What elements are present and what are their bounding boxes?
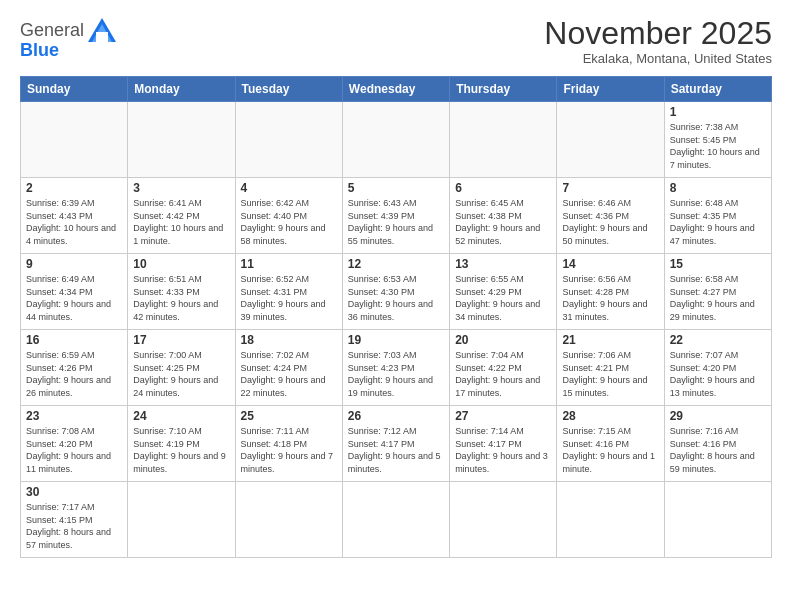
day-info: Sunrise: 6:39 AM Sunset: 4:43 PM Dayligh… (26, 197, 122, 247)
day-number: 13 (455, 257, 551, 271)
day-number: 4 (241, 181, 337, 195)
logo-text-blue: Blue (20, 40, 59, 61)
logo-icon (86, 16, 118, 44)
table-row: 29Sunrise: 7:16 AM Sunset: 4:16 PM Dayli… (664, 406, 771, 482)
day-number: 19 (348, 333, 444, 347)
table-row: 23Sunrise: 7:08 AM Sunset: 4:20 PM Dayli… (21, 406, 128, 482)
day-number: 6 (455, 181, 551, 195)
table-row (128, 102, 235, 178)
day-number: 25 (241, 409, 337, 423)
page: General Blue November 2025 Ekalaka, Mont… (0, 0, 792, 612)
month-title: November 2025 (544, 16, 772, 51)
table-row: 13Sunrise: 6:55 AM Sunset: 4:29 PM Dayli… (450, 254, 557, 330)
day-info: Sunrise: 6:46 AM Sunset: 4:36 PM Dayligh… (562, 197, 658, 247)
day-number: 17 (133, 333, 229, 347)
day-info: Sunrise: 7:16 AM Sunset: 4:16 PM Dayligh… (670, 425, 766, 475)
day-number: 12 (348, 257, 444, 271)
day-number: 22 (670, 333, 766, 347)
table-row: 5Sunrise: 6:43 AM Sunset: 4:39 PM Daylig… (342, 178, 449, 254)
day-info: Sunrise: 6:53 AM Sunset: 4:30 PM Dayligh… (348, 273, 444, 323)
calendar: Sunday Monday Tuesday Wednesday Thursday… (20, 76, 772, 558)
day-info: Sunrise: 7:15 AM Sunset: 4:16 PM Dayligh… (562, 425, 658, 475)
day-info: Sunrise: 6:58 AM Sunset: 4:27 PM Dayligh… (670, 273, 766, 323)
day-number: 5 (348, 181, 444, 195)
day-info: Sunrise: 6:55 AM Sunset: 4:29 PM Dayligh… (455, 273, 551, 323)
day-info: Sunrise: 7:00 AM Sunset: 4:25 PM Dayligh… (133, 349, 229, 399)
header: General Blue November 2025 Ekalaka, Mont… (20, 16, 772, 66)
table-row: 2Sunrise: 6:39 AM Sunset: 4:43 PM Daylig… (21, 178, 128, 254)
day-number: 21 (562, 333, 658, 347)
table-row: 22Sunrise: 7:07 AM Sunset: 4:20 PM Dayli… (664, 330, 771, 406)
day-number: 11 (241, 257, 337, 271)
day-info: Sunrise: 6:43 AM Sunset: 4:39 PM Dayligh… (348, 197, 444, 247)
table-row: 19Sunrise: 7:03 AM Sunset: 4:23 PM Dayli… (342, 330, 449, 406)
day-info: Sunrise: 7:38 AM Sunset: 5:45 PM Dayligh… (670, 121, 766, 171)
calendar-week-row: 23Sunrise: 7:08 AM Sunset: 4:20 PM Dayli… (21, 406, 772, 482)
table-row (557, 102, 664, 178)
day-number: 8 (670, 181, 766, 195)
col-friday: Friday (557, 77, 664, 102)
table-row: 18Sunrise: 7:02 AM Sunset: 4:24 PM Dayli… (235, 330, 342, 406)
day-number: 15 (670, 257, 766, 271)
table-row (450, 102, 557, 178)
day-info: Sunrise: 7:08 AM Sunset: 4:20 PM Dayligh… (26, 425, 122, 475)
table-row: 9Sunrise: 6:49 AM Sunset: 4:34 PM Daylig… (21, 254, 128, 330)
day-info: Sunrise: 6:52 AM Sunset: 4:31 PM Dayligh… (241, 273, 337, 323)
day-info: Sunrise: 7:11 AM Sunset: 4:18 PM Dayligh… (241, 425, 337, 475)
day-info: Sunrise: 7:10 AM Sunset: 4:19 PM Dayligh… (133, 425, 229, 475)
day-number: 30 (26, 485, 122, 499)
table-row: 16Sunrise: 6:59 AM Sunset: 4:26 PM Dayli… (21, 330, 128, 406)
subtitle: Ekalaka, Montana, United States (544, 51, 772, 66)
table-row (128, 482, 235, 558)
table-row: 26Sunrise: 7:12 AM Sunset: 4:17 PM Dayli… (342, 406, 449, 482)
day-info: Sunrise: 6:41 AM Sunset: 4:42 PM Dayligh… (133, 197, 229, 247)
table-row (235, 102, 342, 178)
col-sunday: Sunday (21, 77, 128, 102)
table-row: 24Sunrise: 7:10 AM Sunset: 4:19 PM Dayli… (128, 406, 235, 482)
day-number: 2 (26, 181, 122, 195)
table-row: 10Sunrise: 6:51 AM Sunset: 4:33 PM Dayli… (128, 254, 235, 330)
table-row: 1Sunrise: 7:38 AM Sunset: 5:45 PM Daylig… (664, 102, 771, 178)
day-info: Sunrise: 6:49 AM Sunset: 4:34 PM Dayligh… (26, 273, 122, 323)
table-row: 28Sunrise: 7:15 AM Sunset: 4:16 PM Dayli… (557, 406, 664, 482)
table-row: 30Sunrise: 7:17 AM Sunset: 4:15 PM Dayli… (21, 482, 128, 558)
logo-text-general: General (20, 21, 84, 39)
table-row (450, 482, 557, 558)
day-number: 27 (455, 409, 551, 423)
svg-rect-2 (96, 32, 108, 42)
day-info: Sunrise: 6:45 AM Sunset: 4:38 PM Dayligh… (455, 197, 551, 247)
table-row: 4Sunrise: 6:42 AM Sunset: 4:40 PM Daylig… (235, 178, 342, 254)
table-row: 21Sunrise: 7:06 AM Sunset: 4:21 PM Dayli… (557, 330, 664, 406)
table-row (21, 102, 128, 178)
table-row: 17Sunrise: 7:00 AM Sunset: 4:25 PM Dayli… (128, 330, 235, 406)
col-monday: Monday (128, 77, 235, 102)
day-info: Sunrise: 7:17 AM Sunset: 4:15 PM Dayligh… (26, 501, 122, 551)
table-row: 6Sunrise: 6:45 AM Sunset: 4:38 PM Daylig… (450, 178, 557, 254)
day-info: Sunrise: 6:42 AM Sunset: 4:40 PM Dayligh… (241, 197, 337, 247)
table-row: 20Sunrise: 7:04 AM Sunset: 4:22 PM Dayli… (450, 330, 557, 406)
table-row: 12Sunrise: 6:53 AM Sunset: 4:30 PM Dayli… (342, 254, 449, 330)
day-number: 7 (562, 181, 658, 195)
day-info: Sunrise: 6:51 AM Sunset: 4:33 PM Dayligh… (133, 273, 229, 323)
day-info: Sunrise: 7:04 AM Sunset: 4:22 PM Dayligh… (455, 349, 551, 399)
day-info: Sunrise: 7:07 AM Sunset: 4:20 PM Dayligh… (670, 349, 766, 399)
day-info: Sunrise: 6:59 AM Sunset: 4:26 PM Dayligh… (26, 349, 122, 399)
day-number: 14 (562, 257, 658, 271)
table-row: 15Sunrise: 6:58 AM Sunset: 4:27 PM Dayli… (664, 254, 771, 330)
day-number: 9 (26, 257, 122, 271)
day-info: Sunrise: 7:14 AM Sunset: 4:17 PM Dayligh… (455, 425, 551, 475)
calendar-week-row: 2Sunrise: 6:39 AM Sunset: 4:43 PM Daylig… (21, 178, 772, 254)
logo: General Blue (20, 16, 118, 61)
day-number: 23 (26, 409, 122, 423)
calendar-week-row: 30Sunrise: 7:17 AM Sunset: 4:15 PM Dayli… (21, 482, 772, 558)
day-number: 18 (241, 333, 337, 347)
col-tuesday: Tuesday (235, 77, 342, 102)
day-info: Sunrise: 7:02 AM Sunset: 4:24 PM Dayligh… (241, 349, 337, 399)
day-number: 3 (133, 181, 229, 195)
col-saturday: Saturday (664, 77, 771, 102)
col-thursday: Thursday (450, 77, 557, 102)
table-row: 27Sunrise: 7:14 AM Sunset: 4:17 PM Dayli… (450, 406, 557, 482)
table-row (664, 482, 771, 558)
table-row (557, 482, 664, 558)
day-number: 1 (670, 105, 766, 119)
